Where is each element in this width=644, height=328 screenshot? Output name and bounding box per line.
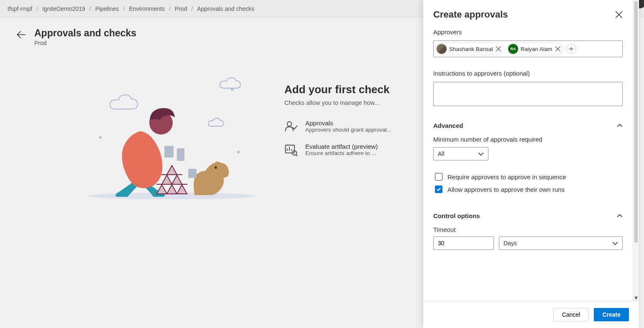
timeout-value-input[interactable] [433,236,494,250]
check-icon [436,187,441,192]
instructions-label: Instructions to approvers (optional) [433,70,623,77]
approver-name: Raiyan Alam [521,46,552,52]
chevron-down-icon [478,151,484,157]
scrollbar-thumb[interactable] [634,2,638,242]
min-approvals-select[interactable]: All [433,147,488,160]
chevron-up-icon [617,213,623,219]
avatar: RA [508,44,518,54]
control-options-label: Control options [433,212,480,219]
close-icon[interactable] [615,11,623,18]
approvers-input[interactable]: Shashank Bansal RA Raiyan Alam [433,41,623,57]
advanced-section-toggle[interactable]: Advanced [433,120,623,131]
timeout-label: Timeout [433,226,623,233]
approver-chip: Shashank Bansal [435,43,504,55]
chevron-down-icon [612,240,618,246]
allow-own-runs-checkbox[interactable] [435,186,442,193]
require-sequence-label: Require approvers to approve in sequence [447,173,566,181]
min-approvals-value: All [438,150,445,157]
add-approver-button[interactable] [566,44,576,54]
remove-icon[interactable] [555,46,561,52]
approver-name: Shashank Bansal [449,46,493,52]
allow-own-runs-label: Allow approvers to approve their own run… [447,186,565,193]
create-approvals-panel: Create approvals Approvers Shashank Bans… [423,0,639,328]
panel-title: Create approvals [433,9,508,20]
require-sequence-checkbox[interactable] [435,173,442,181]
chevron-up-icon [617,123,623,129]
cancel-button[interactable]: Cancel [553,308,589,321]
scrollbar[interactable]: ▴ ▾ [633,0,639,301]
avatar [437,44,447,54]
timeout-unit-value: Days [503,240,517,247]
advanced-label: Advanced [433,122,463,129]
approver-chip: RA Raiyan Alam [507,43,564,55]
approvers-label: Approvers [433,28,623,36]
remove-icon[interactable] [496,46,501,52]
control-options-section-toggle[interactable]: Control options [433,211,623,221]
instructions-input[interactable] [433,82,623,106]
panel-footer: Cancel Create [423,301,639,328]
scroll-down-icon[interactable]: ▾ [633,295,639,301]
min-approvals-label: Minimum number of approvals required [433,136,623,143]
timeout-unit-select[interactable]: Days [499,236,623,250]
create-button[interactable]: Create [594,308,629,321]
plus-icon [569,46,574,51]
